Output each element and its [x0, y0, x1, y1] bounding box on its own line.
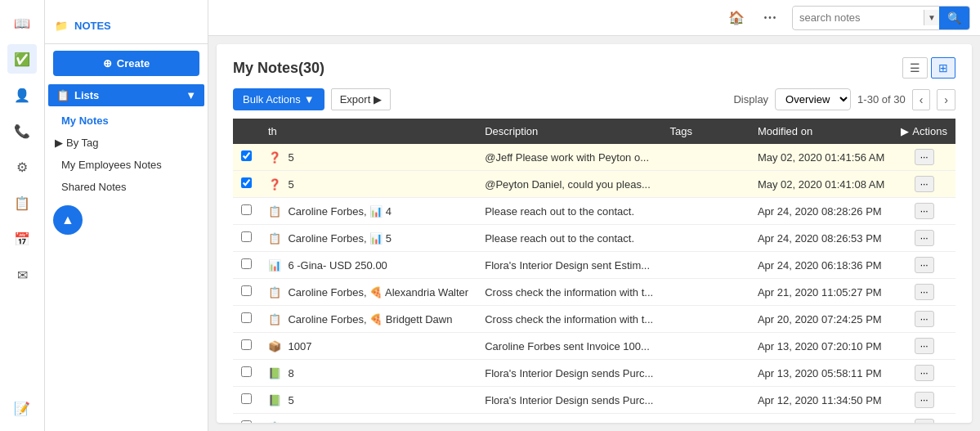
row-actions-cell: ···: [893, 198, 955, 225]
row-title-cell[interactable]: ❓ 5: [260, 144, 477, 171]
row-action-button[interactable]: ···: [915, 176, 934, 192]
bulk-actions-button[interactable]: Bulk Actions ▼: [233, 88, 324, 110]
row-checkbox[interactable]: [241, 312, 252, 323]
row-tags: [661, 414, 749, 424]
row-title-cell[interactable]: ❓ 5: [260, 171, 477, 198]
icon-bar-phone[interactable]: 📞: [7, 116, 37, 146]
row-title-cell[interactable]: 📋 Caroline Forbes: [260, 414, 477, 424]
table-row: 📗 5 Flora's Interior Design sends Purc..…: [233, 387, 955, 414]
row-actions-cell: ···: [893, 306, 955, 333]
row-title: Caroline Forbes, 🍕 Bridgett Dawn: [288, 313, 452, 325]
row-icon: 📋: [268, 313, 281, 325]
icon-bar-table[interactable]: 📋: [7, 188, 37, 218]
row-modified: Apr 21, 2020 11:05:27 PM: [750, 279, 893, 306]
row-tags: [661, 360, 749, 387]
row-checkbox[interactable]: [241, 393, 252, 404]
row-checkbox-cell: [233, 387, 260, 414]
row-checkbox[interactable]: [241, 420, 252, 423]
table-row: 📋 Caroline Forbes, 🍕 Alexandria Walter C…: [233, 279, 955, 306]
sidebar-item-shared-notes[interactable]: Shared Notes: [45, 176, 208, 198]
row-checkbox-cell: [233, 144, 260, 171]
row-title-cell[interactable]: 📋 Caroline Forbes, 🍕 Alexandria Walter: [260, 279, 477, 306]
row-modified: Apr 24, 2020 08:26:53 PM: [750, 225, 893, 252]
row-modified: May 02, 2020 01:41:08 AM: [750, 171, 893, 198]
row-description: Please reach out to the contact.: [477, 225, 661, 252]
row-checkbox[interactable]: [241, 177, 252, 188]
icon-bar-task[interactable]: ✅: [7, 44, 37, 74]
search-button[interactable]: 🔍: [939, 7, 969, 29]
icon-bar-calendar[interactable]: 📅: [7, 224, 37, 254]
icon-bar-settings[interactable]: ⚙: [7, 152, 37, 182]
list-view-button[interactable]: ☰: [902, 57, 928, 79]
row-title-cell[interactable]: 📋 Caroline Forbes, 📊 5: [260, 225, 477, 252]
sidebar-item-employees-notes[interactable]: My Employees Notes: [45, 154, 208, 176]
pagination-text: 1-30 of 30: [857, 93, 906, 106]
grid-view-button[interactable]: ⊞: [931, 57, 955, 79]
home-button[interactable]: 🏠: [723, 5, 750, 31]
row-action-button[interactable]: ···: [915, 203, 934, 219]
row-action-button[interactable]: ···: [915, 284, 934, 300]
row-title: 8: [288, 367, 293, 379]
row-title-cell[interactable]: 📋 Caroline Forbes, 🍕 Bridgett Dawn: [260, 306, 477, 333]
scroll-to-top-button[interactable]: ▲: [53, 205, 83, 235]
row-description: Please reach out to the contact.: [477, 198, 661, 225]
row-action-button[interactable]: ···: [915, 257, 934, 273]
row-description: @Jeff Please work with Peyton o...: [477, 144, 661, 171]
table-row: ❓ 5 @Jeff Please work with Peyton o... M…: [233, 144, 955, 171]
row-checkbox[interactable]: [241, 150, 252, 161]
row-checkbox[interactable]: [241, 258, 252, 269]
row-checkbox-cell: [233, 171, 260, 198]
row-title-cell[interactable]: 📗 8: [260, 360, 477, 387]
sidebar-lists-section[interactable]: 📋 Lists ▼: [48, 84, 204, 106]
row-checkbox-cell: [233, 360, 260, 387]
row-description: @Peyton Daniel, could you pleas...: [477, 171, 661, 198]
row-checkbox[interactable]: [241, 339, 252, 350]
icon-bar-contact[interactable]: 👤: [7, 80, 37, 110]
row-action-button[interactable]: ···: [915, 365, 934, 381]
row-checkbox[interactable]: [241, 231, 252, 242]
icon-bar-book[interactable]: 📖: [7, 8, 37, 38]
row-checkbox[interactable]: [241, 366, 252, 377]
row-action-button[interactable]: ···: [915, 230, 934, 246]
row-icon: 📊: [268, 259, 281, 272]
row-tags: [661, 387, 749, 414]
row-action-button[interactable]: ···: [915, 392, 934, 408]
app-logo: 📁 NOTES: [55, 20, 111, 32]
sidebar-item-my-notes[interactable]: My Notes: [45, 110, 208, 132]
export-button[interactable]: Export ▶: [331, 88, 392, 110]
table-row: 📊 6 -Gina- USD 250.00 Flora's Interior D…: [233, 252, 955, 279]
row-title-cell[interactable]: 📋 Caroline Forbes, 📊 4: [260, 198, 477, 225]
row-action-button[interactable]: ···: [915, 149, 934, 165]
row-tags: [661, 306, 749, 333]
icon-bar-email[interactable]: ✉: [7, 260, 37, 290]
row-title-cell[interactable]: 📦 1007: [260, 333, 477, 360]
row-checkbox[interactable]: [241, 204, 252, 215]
row-title-cell[interactable]: 📗 5: [260, 387, 477, 414]
table-row: 📋 Caroline Forbes, 🍕 Bridgett Dawn Cross…: [233, 306, 955, 333]
row-checkbox[interactable]: [241, 285, 252, 296]
row-checkbox-cell: [233, 252, 260, 279]
search-dropdown-button[interactable]: ▼: [924, 10, 939, 25]
row-action-button[interactable]: ···: [915, 419, 934, 423]
sidebar-item-by-tag[interactable]: ▶ By Tag: [45, 132, 208, 154]
row-checkbox-cell: [233, 198, 260, 225]
row-title-cell[interactable]: 📊 6 -Gina- USD 250.00: [260, 252, 477, 279]
prev-page-button[interactable]: ‹: [912, 89, 931, 110]
create-button[interactable]: ⊕ Create: [53, 51, 199, 76]
overview-select[interactable]: Overview: [775, 88, 851, 110]
view-toggle: ☰ ⊞: [902, 57, 955, 79]
row-checkbox-cell: [233, 414, 260, 424]
row-actions-cell: ···: [893, 414, 955, 424]
next-page-button[interactable]: ›: [937, 89, 955, 110]
plus-icon: ⊕: [103, 57, 112, 70]
search-input[interactable]: [793, 7, 924, 28]
row-tags: [661, 144, 749, 171]
row-modified: May 02, 2020 01:41:56 AM: [750, 144, 893, 171]
row-tags: [661, 252, 749, 279]
icon-bar-notes[interactable]: 📝: [7, 393, 37, 423]
row-action-button[interactable]: ···: [915, 311, 934, 327]
more-options-button[interactable]: •••: [758, 5, 784, 31]
app-title: NOTES: [74, 20, 111, 32]
row-action-button[interactable]: ···: [915, 338, 934, 354]
row-title: Caroline Forbes, 📊 4: [288, 205, 392, 218]
